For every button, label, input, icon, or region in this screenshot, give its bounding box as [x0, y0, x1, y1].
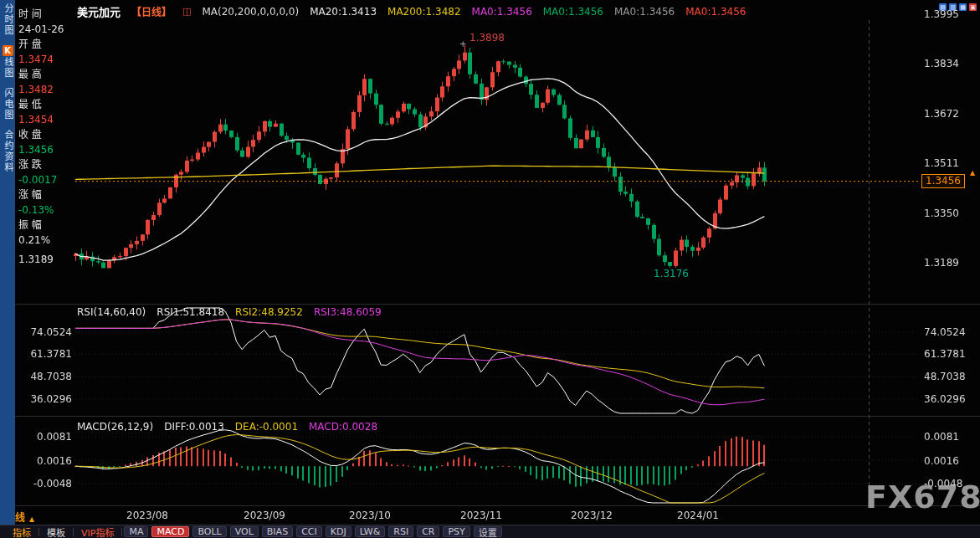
indicator-rsi[interactable]: RSI — [388, 526, 413, 537]
trading-app: 分时图 K 线图 闪电图 合约资料 美元加元 【日线】 ◫ MA(20,200,… — [0, 0, 980, 538]
quote-value: 1.3456 — [18, 142, 74, 157]
ma-value-4: MA0:1.3456 — [543, 6, 603, 18]
date-axis-label: 2023/11 — [460, 510, 502, 521]
macd-axis-label: 0.0016 — [17, 455, 72, 467]
quote-label: 开 盘 — [18, 37, 74, 52]
date-axis-label: 2023/08 — [126, 510, 168, 521]
indicator-kdj[interactable]: KDJ — [326, 526, 351, 537]
ma-value-6: MA0:1.3456 — [685, 6, 746, 18]
macd-header: MACD(26,12,9) DIFF:0.0013 DEA:-0.0001 MA… — [77, 421, 377, 433]
price-axis-label: 1.3189 — [924, 257, 959, 269]
sidebar-item-lightning-chart[interactable]: 闪电图 — [1, 88, 14, 120]
quote-label: 涨 跌 — [18, 157, 74, 172]
quote-row: 最 高1.3482 — [18, 67, 74, 97]
symbol-name: 美元加元 — [77, 3, 121, 19]
sidebar-item-time-chart[interactable]: 分时图 — [1, 3, 14, 36]
quote-row: 涨 跌-0.0017 — [18, 157, 74, 187]
date-axis-label: 2024/01 — [677, 510, 719, 521]
ma-value-3: MA0:1.3456 — [472, 6, 532, 18]
chart-header: 美元加元 【日线】 ◫ MA(20,200,0,0,0,0) MA20:1.34… — [77, 3, 746, 19]
quote-label: 涨 幅 — [18, 187, 74, 202]
quote-label: 收 盘 — [18, 127, 74, 142]
quote-value: -0.13% — [18, 202, 74, 218]
rsi-axis-label: 61.3781 — [924, 348, 966, 360]
sidebar-item-label: 线图 — [1, 57, 14, 79]
sidebar-item-contract-info[interactable]: 合约资料 — [1, 130, 14, 173]
macd-axis-label: 0.0016 — [924, 455, 959, 467]
rsi-title: RSI(14,60,40) — [77, 306, 146, 318]
quote-row: 振 幅0.21% — [18, 218, 74, 248]
quote-label: 最 低 — [18, 97, 74, 112]
high-price-annotation: 1.3898 — [469, 32, 505, 44]
rsi1-value: RSI1:51.8418 — [156, 306, 224, 318]
period-label[interactable]: 【日线】 — [131, 4, 172, 18]
quote-value: 1.3454 — [18, 112, 74, 127]
tab-indicators[interactable]: 指标 — [5, 525, 38, 538]
panels-icon[interactable]: ▦ — [959, 3, 967, 11]
indicator-macd[interactable]: MACD — [151, 526, 189, 537]
rsi-axis-label: 48.7038 — [17, 371, 72, 382]
left-low-annotation: 1.3189 — [18, 254, 54, 265]
price-axis-label: 1.3995 — [924, 8, 959, 20]
high-marker-icon: + — [459, 39, 466, 49]
price-axis-label: 1.3511 — [924, 157, 959, 169]
tab-vip-indicators[interactable]: VIP指标 — [74, 525, 121, 538]
quote-value: 1.3474 — [18, 52, 74, 67]
rsi-axis-label: 61.3781 — [17, 348, 72, 360]
fullscreen-icon[interactable]: ▣ — [969, 3, 977, 11]
tab-templates[interactable]: 模板 — [39, 525, 73, 538]
sidebar-item-kline-chart[interactable]: K 线图 — [1, 45, 14, 79]
date-axis-label: 2023/12 — [571, 510, 613, 521]
price-chart-canvas[interactable] — [0, 0, 980, 538]
toolbar-divider — [121, 528, 122, 536]
indicator-boll[interactable]: BOLL — [192, 526, 226, 537]
quote-row: 开 盘1.3474 — [18, 37, 74, 67]
sidebar-item-label: 分时图 — [1, 3, 14, 36]
ma-settings-label: MA(20,200,0,0,0,0) — [202, 6, 299, 18]
rsi-axis-label: 74.0524 — [17, 326, 72, 338]
macd-axis-label: 0.0081 — [17, 431, 72, 443]
indicator-cci[interactable]: CCI — [296, 526, 322, 537]
chart-type-sidebar: 分时图 K 线图 闪电图 合约资料 — [0, 0, 15, 525]
current-price-badge: 1.3456 — [921, 174, 965, 188]
macd-value: MACD:0.0028 — [309, 421, 377, 433]
rsi2-value: RSI2:48.9252 — [235, 306, 303, 318]
indicator-vol[interactable]: VOL — [230, 526, 259, 537]
quote-label: 时 间 — [18, 7, 74, 22]
date-axis-label: 2023/09 — [244, 510, 285, 521]
price-axis-label: 1.3350 — [924, 208, 959, 219]
indicator-psy[interactable]: PSY — [443, 526, 469, 537]
quote-label: 最 高 — [18, 67, 74, 82]
kline-badge-icon: K — [3, 45, 13, 56]
rsi-axis-label: 36.0296 — [924, 393, 966, 405]
quote-panel: 时 间24-01-26 开 盘1.3474 最 高1.3482 最 低1.345… — [18, 7, 74, 248]
bottom-toolbar: 指标 模板 VIP指标 MA MACD BOLL VOL BIAS CCI KD… — [0, 525, 980, 538]
quote-row: 收 盘1.3456 — [18, 127, 74, 157]
quote-value: -0.0017 — [18, 172, 74, 187]
scroll-latest-icon[interactable]: ▲ — [970, 169, 975, 177]
indicator-lw[interactable]: LW& — [355, 526, 386, 537]
watermark: FX678 — [865, 479, 980, 515]
price-axis-label: 1.3834 — [924, 58, 959, 69]
macd-title: MACD(26,12,9) — [77, 421, 153, 433]
quote-value: 1.3482 — [18, 82, 74, 97]
sidebar-item-label: 合约资料 — [1, 130, 14, 173]
price-axis-label: 1.3672 — [924, 108, 959, 120]
quote-row: 涨 幅-0.13% — [18, 187, 74, 218]
indicator-bias[interactable]: BIAS — [262, 526, 293, 537]
rsi3-value: RSI3:48.6059 — [314, 306, 382, 318]
diff-value: DIFF:0.0013 — [164, 421, 224, 433]
macd-axis-label: -0.0048 — [17, 478, 72, 489]
ma-value-5: MA0:1.3456 — [614, 6, 675, 18]
low-price-annotation: 1.3176 — [654, 268, 689, 279]
candle-style-icon[interactable]: ◫ — [182, 6, 191, 17]
rsi-axis-label: 74.0524 — [924, 326, 966, 338]
sidebar-item-label: 闪电图 — [1, 88, 14, 120]
dea-value: DEA:-0.0001 — [235, 421, 298, 433]
indicator-cr[interactable]: CR — [417, 526, 439, 537]
indicator-ma[interactable]: MA — [124, 526, 148, 537]
settings-button[interactable]: 设置 — [474, 526, 502, 537]
ma-value-20: MA20:1.3413 — [310, 6, 377, 18]
quote-value: 24-01-26 — [18, 22, 74, 37]
quote-row: 时 间24-01-26 — [18, 7, 74, 37]
